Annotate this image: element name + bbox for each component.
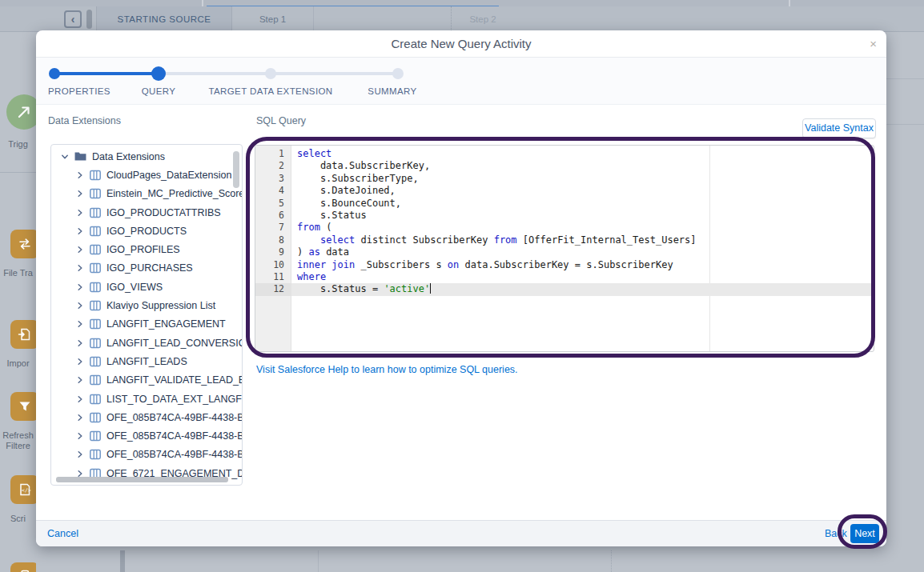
step-dot-properties[interactable] — [49, 68, 60, 79]
tree-item-label: IGO_PRODUCTATTRIBS — [106, 207, 221, 218]
chevron-right-icon[interactable] — [76, 395, 84, 403]
chevron-right-icon[interactable] — [76, 302, 84, 310]
tree-row[interactable]: OFE_085B74CA-49BF-4438-B566- — [51, 426, 242, 445]
canvas-back-button[interactable]: ‹ — [64, 10, 82, 28]
palette-item-label: Trigg — [0, 139, 36, 150]
tree-row[interactable]: Einstein_MC_Predictive_Scores — [51, 185, 242, 203]
chevron-right-icon[interactable] — [76, 264, 84, 272]
palette-item-script[interactable]: </>Scri — [0, 475, 36, 524]
chevron-right-icon[interactable] — [76, 376, 84, 384]
tree-row[interactable]: CloudPages_DataExtension — [51, 166, 242, 184]
tree-item-label: LANGFIT_ENGAGEMENT — [106, 318, 226, 330]
palette-item-refresh-filtered[interactable]: Refresh Filtere — [0, 392, 36, 451]
tree-row[interactable]: LANGFIT_ENGAGEMENT — [51, 315, 242, 334]
tree-row[interactable]: OFE_085B74CA-49BF-4438-B566- — [51, 446, 242, 464]
chevron-right-icon[interactable] — [76, 246, 84, 254]
chevron-right-icon[interactable] — [76, 432, 84, 440]
chevron-right-icon[interactable] — [76, 320, 84, 328]
canvas-scrollbar-thumb[interactable] — [86, 10, 92, 29]
step-dot-target-data-extension[interactable] — [265, 68, 276, 79]
close-icon[interactable]: × — [870, 30, 877, 58]
tree-row[interactable]: LANGFIT_LEADS — [51, 352, 242, 370]
palette-item-label: Refresh Filtere — [0, 430, 36, 451]
tree-item-label: OFE_085B74CA-49BF-4438-B566- — [106, 412, 242, 423]
step-dot-summary[interactable] — [392, 68, 404, 79]
stepper-track — [271, 72, 398, 75]
tree-item-label: Klaviyo Suppression List — [106, 300, 215, 311]
tree-item-label: LIST_TO_DATA_EXT_LANGFIT — [106, 394, 242, 405]
tree-item-label: CloudPages_DataExtension — [106, 170, 231, 181]
file-transfer-icon — [10, 230, 36, 258]
table-icon — [90, 226, 101, 237]
chevron-right-icon[interactable] — [76, 227, 84, 235]
chevron-right-icon[interactable] — [76, 171, 84, 179]
tree-row[interactable]: LANGFIT_VALIDATE_LEAD_EMAIL_ — [51, 371, 242, 390]
palette-item-mobile[interactable]: ! — [0, 562, 36, 572]
tree-row[interactable]: IGO_PROFILES — [51, 240, 242, 258]
step-dot-query[interactable] — [151, 66, 166, 81]
tree-vertical-scrollbar[interactable] — [233, 151, 239, 188]
palette-item-label: Scri — [0, 514, 36, 524]
wizard-stepper: PROPERTIES QUERY TARGET DATA EXTENSION S… — [36, 58, 886, 105]
tree-row[interactable]: LIST_TO_DATA_EXT_LANGFIT — [51, 390, 242, 408]
tree-item-label: IGO_PURCHASES — [106, 262, 193, 274]
tree-row[interactable]: OFE_085B74CA-49BF-4438-B566- — [51, 408, 242, 426]
chevron-right-icon[interactable] — [76, 283, 84, 291]
tree-row[interactable]: IGO_PRODUCTS — [51, 222, 242, 240]
tree-row[interactable]: LANGFIT_LEAD_CONVERSION — [51, 334, 242, 352]
canvas-row-line — [886, 78, 924, 79]
step-dotted-separator — [451, 6, 452, 32]
table-icon — [90, 170, 101, 181]
chevron-right-icon[interactable] — [76, 209, 84, 217]
tab-step-1[interactable]: Step 1 — [232, 6, 314, 32]
table-icon — [90, 449, 101, 460]
cancel-button[interactable]: Cancel — [47, 521, 78, 547]
sql-help-link[interactable]: Visit Salesforce Help to learn how to op… — [256, 364, 518, 375]
palette-item-file-transfer[interactable]: File Tra — [0, 230, 36, 278]
tree-item-label: IGO_PROFILES — [106, 244, 180, 255]
stepper-track — [159, 72, 271, 75]
table-icon — [90, 430, 101, 442]
step-label-query: QUERY — [127, 86, 191, 96]
tab-starting-source[interactable]: STARTING SOURCE — [96, 6, 232, 32]
mobile-icon: ! — [10, 562, 36, 572]
chevron-right-icon[interactable] — [76, 339, 84, 347]
table-icon — [90, 394, 101, 405]
chevron-right-icon[interactable] — [76, 190, 84, 198]
modal-footer: Cancel Back Next — [36, 520, 886, 546]
tree-row[interactable]: IGO_PRODUCTATTRIBS — [51, 203, 242, 222]
chevron-down-icon[interactable] — [61, 153, 69, 161]
folder-icon — [74, 151, 86, 162]
tree-root-row[interactable]: Data Extensions — [51, 147, 242, 166]
tree-item-label: LANGFIT_VALIDATE_LEAD_EMAIL_ — [106, 374, 242, 386]
tree-item-label: OFE_085B74CA-49BF-4438-B566- — [106, 449, 242, 460]
chevron-right-icon[interactable] — [76, 414, 84, 422]
table-icon — [90, 318, 101, 330]
palette-item-import[interactable]: Impor — [0, 320, 36, 369]
annotation-ring-editor — [246, 137, 875, 358]
chevron-right-icon[interactable] — [76, 358, 84, 366]
annotation-ring-next — [838, 514, 887, 549]
validate-syntax-button[interactable]: Validate Syntax — [802, 118, 876, 138]
tree-row[interactable]: IGO_VIEWS — [51, 278, 242, 296]
tree-item-label: IGO_PRODUCTS — [106, 226, 187, 237]
data-extensions-panel-label: Data Extensions — [48, 115, 121, 126]
tree-row[interactable]: Klaviyo Suppression List — [51, 296, 242, 314]
table-icon — [90, 207, 101, 218]
canvas-edge-bar — [120, 550, 125, 572]
tree-item-label: LANGFIT_LEAD_CONVERSION — [106, 338, 242, 349]
palette-divider — [0, 172, 36, 173]
palette-item-trigger[interactable]: Trigg — [0, 94, 36, 150]
canvas-column-line — [318, 550, 319, 572]
tree-horizontal-scrollbar[interactable] — [56, 477, 228, 482]
canvas-row-line — [886, 124, 924, 125]
tree-row[interactable]: IGO_PURCHASES — [51, 259, 242, 278]
chevron-right-icon[interactable] — [76, 450, 84, 458]
palette-item-label: File Tra — [0, 268, 36, 278]
table-icon — [90, 412, 101, 423]
tree-item-label: Data Extensions — [92, 151, 165, 162]
table-icon — [90, 356, 101, 367]
tab-step-2[interactable]: Step 2 — [453, 6, 512, 32]
table-icon — [90, 188, 101, 199]
table-icon — [90, 374, 101, 386]
